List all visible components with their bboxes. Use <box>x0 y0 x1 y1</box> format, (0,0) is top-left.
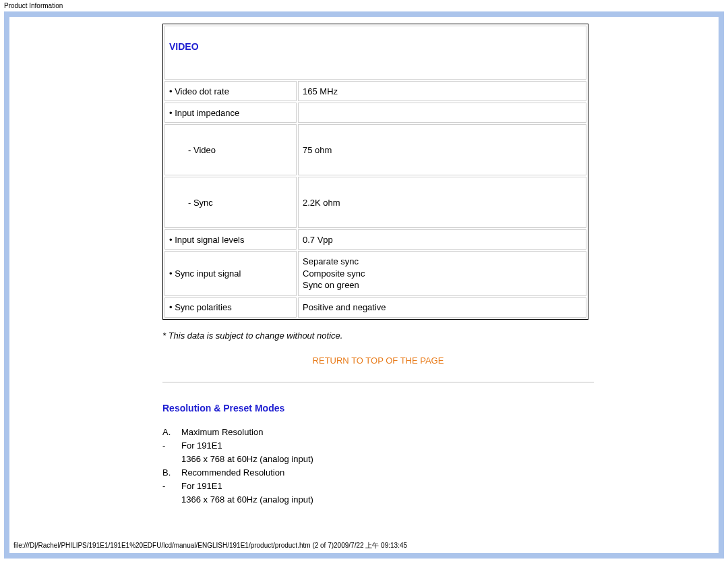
table-row: • Input signal levels 0.7 Vpp <box>164 229 586 250</box>
spec-value: 2.2K ohm <box>298 177 586 228</box>
list-text: Recommended Resolution <box>181 466 284 480</box>
list-text: 1366 x 768 at 60Hz (analog input) <box>181 493 313 507</box>
list-item: 1366 x 768 at 60Hz (analog input) <box>162 453 604 466</box>
video-section-title: VIDEO <box>169 29 199 76</box>
spec-value-multiline: Separate sync Composite sync Sync on gre… <box>298 251 586 296</box>
list-marker <box>162 493 181 507</box>
list-marker <box>162 453 181 466</box>
spec-label: • Sync polarities <box>164 297 297 318</box>
page-title-text: Product Information <box>4 2 63 9</box>
spec-label-sub: - Sync <box>164 177 297 228</box>
spec-value: 75 ohm <box>298 124 586 175</box>
video-spec-table: VIDEO • Video dot rate 165 MHz • Input i… <box>162 24 588 320</box>
resolution-list: A. Maximum Resolution - For 191E1 1366 x… <box>162 426 604 507</box>
video-section-header-cell: VIDEO <box>164 26 586 80</box>
table-row: • Input impedance <box>164 103 586 123</box>
list-item: B. Recommended Resolution <box>162 466 604 480</box>
list-text: Maximum Resolution <box>181 426 263 439</box>
list-item: 1366 x 768 at 60Hz (analog input) <box>162 493 604 507</box>
list-marker: A. <box>162 426 181 439</box>
data-change-notice: * This data is subject to change without… <box>162 331 604 341</box>
list-text: For 191E1 <box>181 439 222 453</box>
list-item: - For 191E1 <box>162 480 604 493</box>
table-row: - Sync 2.2K ohm <box>164 177 586 228</box>
footer-file-path: file:///D|/Rachel/PHILIPS/191E1/191E1%20… <box>13 541 407 550</box>
table-row: • Sync polarities Positive and negative <box>164 297 586 318</box>
spec-value: Positive and negative <box>298 297 586 318</box>
spec-value <box>298 103 586 123</box>
spec-value: 165 MHz <box>298 81 586 101</box>
resolution-section-heading: Resolution & Preset Modes <box>162 403 604 413</box>
list-item: - For 191E1 <box>162 439 604 453</box>
list-text: 1366 x 768 at 60Hz (analog input) <box>181 453 313 466</box>
spec-label: • Video dot rate <box>164 81 297 101</box>
inner-frame: VIDEO • Video dot rate 165 MHz • Input i… <box>9 17 719 553</box>
list-marker: B. <box>162 466 181 480</box>
page-header: Product Information <box>0 0 728 11</box>
list-marker: - <box>162 439 181 453</box>
spec-label: • Input impedance <box>164 103 297 123</box>
spec-label: • Sync input signal <box>164 251 297 296</box>
spec-label-sub: - Video <box>164 124 297 175</box>
table-row: • Video dot rate 165 MHz <box>164 81 586 101</box>
list-marker: - <box>162 480 181 493</box>
spec-value: 0.7 Vpp <box>298 229 586 250</box>
spec-label: • Input signal levels <box>164 229 297 250</box>
list-text: For 191E1 <box>181 480 222 493</box>
list-item: A. Maximum Resolution <box>162 426 604 439</box>
return-to-top-link[interactable]: RETURN TO TOP OF THE PAGE <box>152 355 604 366</box>
table-row: • Sync input signal Separate sync Compos… <box>164 251 586 296</box>
section-divider <box>162 382 594 382</box>
content-area: VIDEO • Video dot rate 165 MHz • Input i… <box>152 24 604 507</box>
table-row: - Video 75 ohm <box>164 124 586 175</box>
outer-frame: VIDEO • Video dot rate 165 MHz • Input i… <box>4 11 724 559</box>
